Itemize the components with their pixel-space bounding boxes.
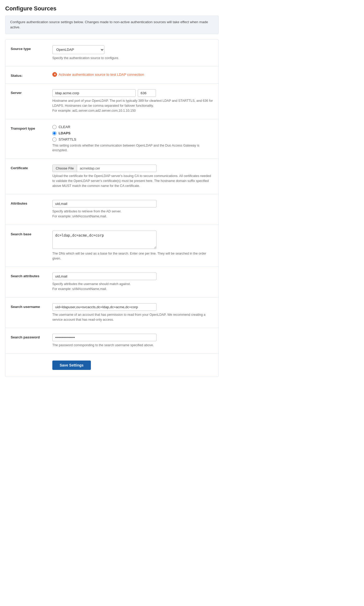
search-password-helper: The password corresponding to the search… — [52, 343, 213, 348]
search-base-helper: The DNs which will be used as a base for… — [52, 251, 213, 261]
search-password-input[interactable] — [52, 334, 156, 341]
search-attributes-content: Specify attributes the username should m… — [52, 273, 213, 292]
search-password-row: Search password The password correspondi… — [5, 328, 218, 354]
transport-options-group: CLEAR LDAPS STARTTLS — [52, 125, 213, 142]
search-username-input[interactable] — [52, 303, 156, 311]
search-attributes-input[interactable] — [52, 273, 156, 280]
source-type-select[interactable]: OpenLDAP Active Directory RADIUS — [52, 45, 104, 54]
search-password-content: The password corresponding to the search… — [52, 334, 213, 348]
attributes-content: Specify attributes to retrieve from the … — [52, 200, 213, 219]
attributes-row: Attributes Specify attributes to retriev… — [5, 194, 218, 225]
server-inputs-row — [52, 89, 213, 97]
transport-clear-label: CLEAR — [59, 125, 70, 129]
certificate-row: Certificate Choose File acmeldap.cer Upl… — [5, 159, 218, 194]
status-row: Status: ✕ Activate authentication source… — [5, 66, 218, 84]
server-row: Server Hostname and port of your OpenLDA… — [5, 84, 218, 119]
attributes-input[interactable] — [52, 200, 156, 207]
info-banner: Configure authentication source settings… — [5, 16, 219, 34]
transport-starttls-label: STARTTLS — [59, 137, 76, 141]
server-hostname-input[interactable] — [52, 89, 136, 97]
transport-starttls-option[interactable]: STARTTLS — [52, 137, 213, 142]
search-attributes-row: Search attributes Specify attributes the… — [5, 267, 218, 298]
save-row: Save Settings — [5, 354, 218, 377]
transport-type-label: Transport type — [11, 125, 52, 130]
search-attributes-helper: Specify attributes the username should m… — [52, 282, 213, 292]
transport-type-row: Transport type CLEAR LDAPS STARTTLS This… — [5, 119, 218, 159]
attributes-helper: Specify attributes to retrieve from the … — [52, 209, 213, 219]
save-settings-button[interactable]: Save Settings — [52, 361, 91, 370]
search-username-content: The username of an account that has perm… — [52, 303, 213, 322]
status-label: Status: — [11, 72, 52, 78]
status-content: ✕ Activate authentication source to test… — [52, 72, 213, 77]
search-base-label: Search base — [11, 231, 52, 236]
transport-starttls-radio[interactable] — [52, 137, 57, 142]
search-username-row: Search username The username of an accou… — [5, 298, 218, 328]
search-username-label: Search username — [11, 303, 52, 309]
attributes-label: Attributes — [11, 200, 52, 205]
server-port-input[interactable] — [138, 89, 156, 97]
source-type-helper: Specify the authentication source to con… — [52, 56, 213, 61]
search-base-content: dc=ldap,dc=acme,dc=corp The DNs which wi… — [52, 231, 213, 261]
configure-sources-form: Source type OpenLDAP Active Directory RA… — [5, 39, 219, 377]
server-content: Hostname and port of your OpenLDAP. The … — [52, 89, 213, 113]
status-message-text: Activate authentication source to test L… — [59, 73, 144, 77]
search-base-textarea[interactable]: dc=ldap,dc=acme,dc=corp — [52, 231, 156, 249]
source-type-row: Source type OpenLDAP Active Directory RA… — [5, 40, 218, 67]
certificate-label: Certificate — [11, 165, 52, 170]
certificate-content: Choose File acmeldap.cer Upload the cert… — [52, 165, 213, 188]
server-label: Server — [11, 89, 52, 95]
transport-clear-radio[interactable] — [52, 125, 57, 129]
certificate-helper: Upload the certificate for the OpenLDAP … — [52, 174, 213, 188]
transport-ldaps-label: LDAPS — [59, 131, 71, 135]
choose-file-button[interactable]: Choose File — [53, 165, 77, 172]
file-input-wrapper: Choose File acmeldap.cer — [52, 165, 156, 172]
transport-ldaps-option[interactable]: LDAPS — [52, 131, 213, 135]
search-attributes-label: Search attributes — [11, 273, 52, 278]
transport-helper: This setting controls whether the commun… — [52, 143, 213, 153]
transport-type-content: CLEAR LDAPS STARTTLS This setting contro… — [52, 125, 213, 153]
search-password-label: Search password — [11, 334, 52, 339]
page-title: Configure Sources — [5, 5, 219, 12]
transport-ldaps-radio[interactable] — [52, 131, 57, 135]
search-username-helper: The username of an account that has perm… — [52, 312, 213, 322]
search-base-row: Search base dc=ldap,dc=acme,dc=corp The … — [5, 225, 218, 267]
source-type-content: OpenLDAP Active Directory RADIUS Specify… — [52, 45, 213, 61]
transport-clear-option[interactable]: CLEAR — [52, 125, 213, 129]
file-name-display: acmeldap.cer — [77, 165, 103, 172]
status-error-icon: ✕ — [52, 72, 57, 77]
source-type-label: Source type — [11, 45, 52, 51]
server-helper: Hostname and port of your OpenLDAP. The … — [52, 98, 213, 113]
status-message-row: ✕ Activate authentication source to test… — [52, 72, 213, 77]
